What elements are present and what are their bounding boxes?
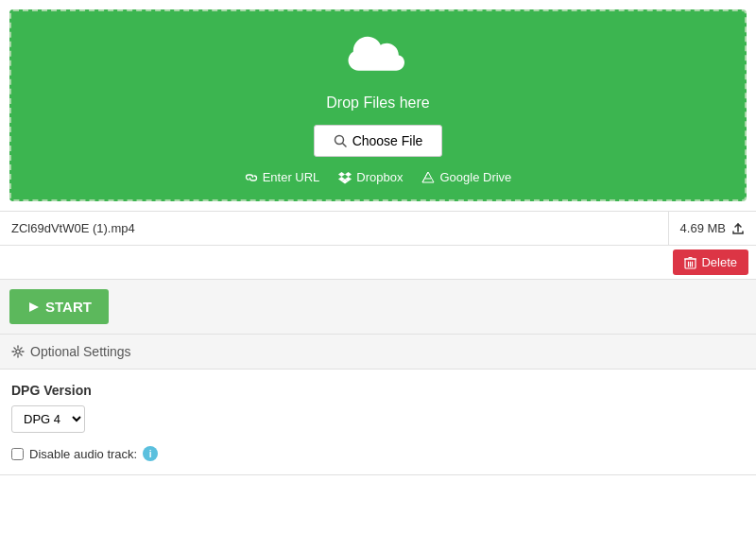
delete-button[interactable]: Delete — [673, 249, 748, 275]
google-drive-label: Google Drive — [439, 170, 511, 184]
disable-audio-label[interactable]: Disable audio track: — [29, 447, 137, 461]
gear-icon — [11, 345, 25, 358]
trash-icon — [684, 256, 696, 269]
google-drive-link[interactable]: Google Drive — [421, 170, 511, 184]
delete-row: Delete — [0, 246, 756, 280]
optional-settings-header: Optional Settings — [0, 335, 756, 370]
svg-marker-3 — [338, 172, 345, 177]
info-icon: i — [143, 446, 158, 461]
optional-settings-label: Optional Settings — [30, 344, 131, 359]
file-name: ZCl69dVtW0E (1).mp4 — [0, 212, 669, 245]
drop-files-text: Drop Files here — [326, 95, 429, 112]
cloud-upload-icon — [345, 30, 411, 87]
dropbox-link[interactable]: Dropbox — [338, 170, 403, 184]
dropbox-label: Dropbox — [356, 170, 403, 184]
disable-audio-checkbox[interactable] — [11, 448, 24, 460]
search-icon — [334, 134, 347, 147]
disable-audio-row: Disable audio track: i — [11, 446, 745, 461]
enter-url-link[interactable]: Enter URL — [245, 170, 320, 184]
start-button[interactable]: START — [9, 289, 109, 324]
file-size: 4.69 MB — [669, 212, 756, 245]
choose-file-button[interactable]: Choose File — [314, 125, 443, 157]
settings-content: DPG Version DPG 4 DPG 3 DPG 2 DPG 1 Disa… — [0, 370, 756, 475]
delete-label: Delete — [701, 255, 737, 269]
svg-line-2 — [342, 144, 346, 147]
dropbox-icon — [338, 171, 352, 184]
start-label: START — [45, 299, 92, 315]
link-icon — [245, 171, 258, 184]
play-icon — [26, 301, 40, 314]
upload-links: Enter URL Dropbox Google Drive — [245, 170, 512, 184]
file-row: ZCl69dVtW0E (1).mp4 4.69 MB — [0, 211, 756, 246]
dpg-version-select[interactable]: DPG 4 DPG 3 DPG 2 DPG 1 — [11, 405, 85, 433]
dpg-version-label: DPG Version — [11, 383, 745, 398]
choose-file-label: Choose File — [352, 133, 423, 148]
upload-indicator-icon — [731, 222, 745, 235]
google-drive-icon — [421, 171, 435, 184]
file-size-value: 4.69 MB — [680, 221, 726, 235]
svg-marker-18 — [29, 302, 39, 312]
upload-zone: Drop Files here Choose File Enter URL Dr… — [9, 9, 747, 201]
svg-line-10 — [422, 172, 428, 182]
svg-marker-8 — [422, 172, 434, 182]
enter-url-label: Enter URL — [263, 170, 320, 184]
svg-point-19 — [16, 350, 20, 353]
svg-marker-4 — [345, 172, 352, 177]
start-row: START — [0, 280, 756, 335]
